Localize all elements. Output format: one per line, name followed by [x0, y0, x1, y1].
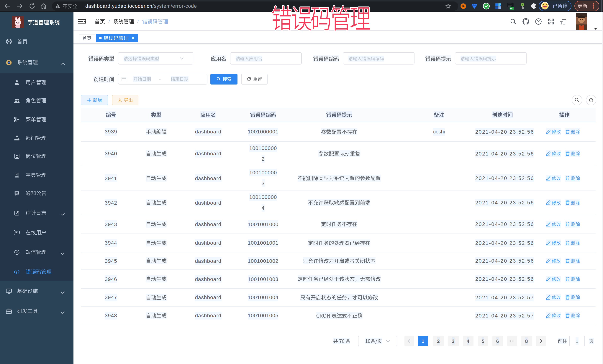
svg-text:on: on — [510, 7, 513, 10]
